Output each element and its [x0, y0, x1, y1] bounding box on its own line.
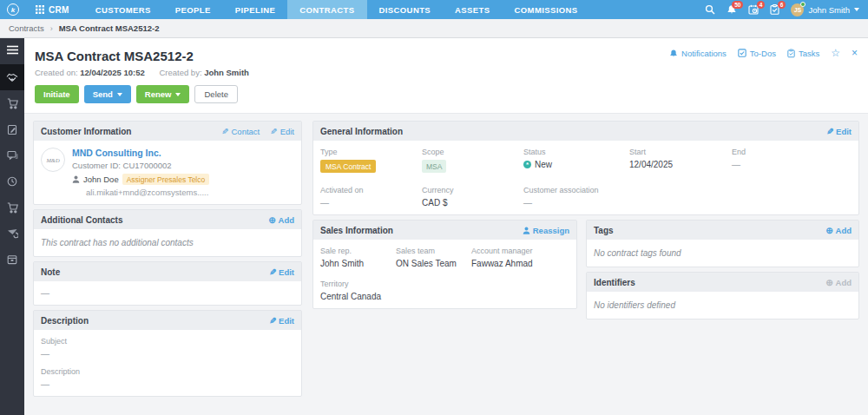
- favorite-star-icon[interactable]: ☆: [831, 48, 840, 58]
- general-information-title: General Information: [320, 127, 403, 136]
- calendar-icon[interactable]: 4: [748, 4, 759, 15]
- notifications-link[interactable]: Notifications: [669, 49, 727, 58]
- plus-circle-icon: ⊕: [268, 215, 275, 225]
- note-edit-link[interactable]: ✎Edit: [269, 267, 294, 277]
- primary-contact: John Doe Assigner Presales Telco: [72, 174, 209, 185]
- add-tag-link[interactable]: ⊕Add: [825, 226, 852, 235]
- end-field: End —: [732, 148, 852, 173]
- additional-contacts-panel: Additional Contacts ⊕Add This contract h…: [33, 209, 302, 257]
- pencil-icon: ✎: [269, 267, 276, 277]
- description-edit-link[interactable]: ✎Edit: [269, 316, 294, 326]
- customer-name-link[interactable]: MND Consulting Inc.: [72, 148, 209, 158]
- user-menu[interactable]: JS John Smith: [791, 3, 859, 16]
- created-on-value: 12/04/2025 10:52: [80, 68, 144, 77]
- tasks-clipboard-icon[interactable]: 6: [770, 4, 779, 15]
- pencil-icon: ✎: [826, 127, 833, 136]
- sales-information-title: Sales Information: [320, 226, 393, 235]
- page-header: MSA Contract MSA2512-2 Created on: 12/04…: [24, 38, 868, 114]
- contact-email: ali.mikati+mnd@zcomsystems.....: [86, 188, 209, 197]
- contact-name: John Doe: [83, 175, 119, 184]
- activated-on-field: Activated on —: [320, 186, 422, 208]
- online-status-icon: [800, 2, 806, 7]
- created-on-label: Created on:: [35, 68, 78, 77]
- contact-role-badge: Assigner Presales Telco: [122, 174, 210, 185]
- sidebar-item-contracts-handshake-icon[interactable]: [0, 64, 24, 90]
- pencil-icon: ✎: [221, 127, 228, 136]
- created-by-value: John Smith: [204, 68, 249, 77]
- tags-panel: Tags ⊕Add No contract tags found: [586, 220, 859, 267]
- created-meta: Created on: 12/04/2025 10:52 Created by:…: [35, 68, 858, 77]
- no-additional-contacts-text: This contract has no additional contacts: [41, 236, 294, 249]
- sidebar-item-orders-cart-icon[interactable]: [0, 194, 24, 221]
- sidebar-item-archive-calendar-icon[interactable]: [0, 247, 24, 273]
- top-navigation-bar: k CRM CUSTOMERS PEOPLE PIPELINE CONTRACT…: [0, 0, 868, 19]
- nav-item-people[interactable]: PEOPLE: [163, 0, 223, 19]
- sales-information-panel: Sales Information Reassign Sale rep.: [312, 220, 577, 309]
- nav-item-customers[interactable]: CUSTOMERS: [83, 0, 163, 19]
- general-edit-link[interactable]: ✎Edit: [826, 127, 852, 136]
- close-icon[interactable]: ×: [852, 48, 858, 58]
- notifications-bell-icon[interactable]: 50: [727, 4, 737, 15]
- tasks-badge: 6: [778, 1, 786, 9]
- search-icon[interactable]: [705, 4, 715, 15]
- check-square-icon: [738, 49, 746, 57]
- account-manager-field: Account manager Fawwaz Ahmad: [471, 247, 569, 268]
- app-switcher[interactable]: CRM: [27, 0, 83, 19]
- initiate-button[interactable]: Initiate: [35, 85, 79, 103]
- sidebar-item-send-renewal-icon[interactable]: [0, 221, 24, 247]
- note-value: —: [41, 288, 294, 298]
- user-name: John Smith: [808, 5, 850, 15]
- content-area: Customer Information ✎Contact ✎Edit M&D …: [24, 114, 868, 415]
- send-button[interactable]: Send: [84, 85, 131, 103]
- additional-contacts-title: Additional Contacts: [41, 215, 122, 225]
- delete-button[interactable]: Delete: [194, 85, 237, 103]
- nav-item-contracts[interactable]: CONTRACTS: [287, 0, 366, 19]
- subject-field: Subject —: [41, 337, 294, 359]
- customer-edit-link[interactable]: ✎Edit: [270, 127, 294, 136]
- sidebar-item-clipboard-edit-icon[interactable]: [0, 116, 24, 142]
- reassign-link[interactable]: Reassign: [523, 226, 569, 235]
- sales-team-field: Sales team ON Sales Team: [396, 247, 471, 268]
- renew-button[interactable]: Renew: [136, 85, 190, 103]
- person-icon: [523, 227, 530, 234]
- avatar: JS: [791, 3, 804, 16]
- tags-title: Tags: [594, 226, 614, 235]
- person-icon: [72, 175, 80, 183]
- contact-link[interactable]: ✎Contact: [221, 127, 260, 136]
- todos-link[interactable]: To-Dos: [738, 49, 776, 58]
- chevron-down-icon: [854, 8, 859, 11]
- add-contact-link[interactable]: ⊕Add: [268, 215, 294, 225]
- sidebar-menu-toggle[interactable]: [0, 38, 24, 61]
- breadcrumb-root[interactable]: Contracts: [9, 23, 44, 33]
- description-field: Description —: [41, 367, 294, 389]
- nav-item-commissions[interactable]: COMMISSIONS: [503, 0, 590, 19]
- plus-circle-icon: ⊕: [825, 278, 832, 287]
- tasks-link[interactable]: Tasks: [787, 49, 819, 58]
- sidebar-item-cart-icon[interactable]: [0, 90, 24, 116]
- action-buttons: Initiate Send Renew Delete: [35, 85, 858, 103]
- status-new-icon: *: [523, 161, 531, 168]
- pencil-icon: ✎: [270, 127, 277, 136]
- note-title: Note: [41, 267, 60, 277]
- chevron-down-icon: [117, 93, 122, 96]
- status-value: New: [535, 160, 552, 169]
- customer-information-title: Customer Information: [41, 127, 131, 136]
- scope-badge: MSA: [422, 160, 446, 173]
- nav-item-assets[interactable]: ASSETS: [443, 0, 502, 19]
- nav-item-discounts[interactable]: DISCOUNTS: [367, 0, 444, 19]
- left-sidebar: [0, 38, 24, 415]
- no-tags-text: No contract tags found: [594, 247, 852, 260]
- sidebar-item-history-clock-icon[interactable]: [0, 168, 24, 194]
- chevron-down-icon: [175, 93, 181, 96]
- customer-logo: M&D: [41, 148, 65, 172]
- sidebar-item-chat-icon[interactable]: [0, 142, 24, 168]
- territory-field: Territory Central Canada: [320, 280, 396, 301]
- description-panel: Description ✎Edit Subject — Description …: [33, 310, 302, 397]
- identifiers-title: Identifiers: [594, 278, 635, 287]
- type-field: Type MSA Contract: [320, 148, 422, 173]
- notifications-badge: 50: [732, 1, 743, 9]
- nav-item-pipeline[interactable]: PIPELINE: [223, 0, 288, 19]
- add-identifier-link[interactable]: ⊕Add: [825, 278, 852, 287]
- app-logo[interactable]: k: [0, 0, 27, 19]
- start-field: Start 12/04/2025: [629, 148, 732, 173]
